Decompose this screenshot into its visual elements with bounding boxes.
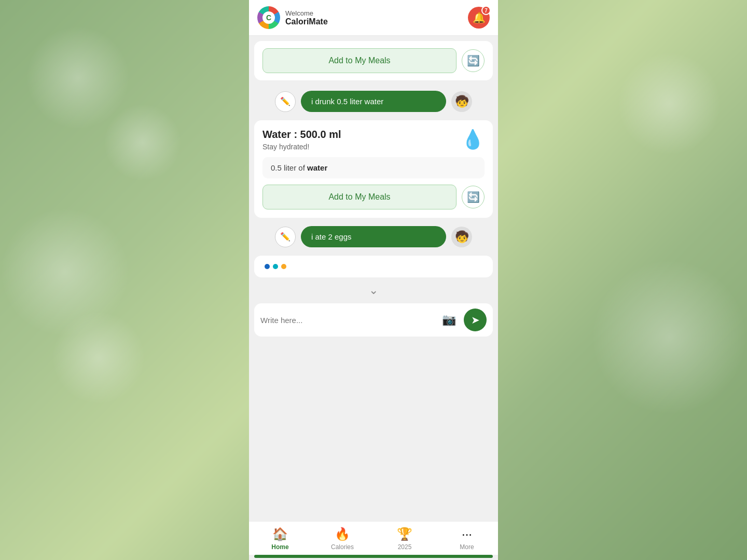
header-left: C Welcome CaloriMate (257, 6, 328, 29)
logo-letter: C (262, 11, 275, 24)
water-card-actions: Add to My Meals 🔄 (262, 185, 485, 209)
chevron-down-icon: ⌄ (369, 284, 378, 297)
water-card-subtitle: Stay hydrated! (262, 143, 341, 151)
chat-edit-button-eggs[interactable]: ✏️ (275, 227, 296, 247)
chat-row-eggs: ✏️ i ate 2 eggs 🧒 (249, 220, 498, 254)
dot-2 (273, 264, 278, 269)
nav-year[interactable]: 🏆 2025 (374, 522, 436, 555)
water-drop-icon: 💧 (461, 129, 485, 150)
nav-more-label: More (460, 543, 474, 551)
chat-bubble-water: i drunk 0.5 liter water (301, 91, 446, 112)
water-card-text: Water : 500.0 ml Stay hydrated! (262, 129, 341, 151)
more-icon: ··· (462, 527, 472, 541)
chevron-row: ⌄ (249, 279, 498, 301)
logo-icon: C (257, 6, 280, 29)
nav-calories-label: Calories (331, 543, 354, 551)
top-partial-card: Add to My Meals 🔄 (254, 41, 493, 80)
notification-badge: 7 (481, 6, 491, 15)
typing-indicator-card (254, 256, 493, 277)
water-detail-text: 0.5 liter of (271, 163, 307, 172)
typing-dots (265, 264, 482, 269)
input-area: 📷 ➤ (254, 303, 493, 337)
water-refresh-button[interactable]: 🔄 (462, 186, 485, 208)
water-detail-box: 0.5 liter of water (262, 157, 485, 178)
water-card-header: Water : 500.0 ml Stay hydrated! 💧 (262, 129, 485, 151)
notification-button[interactable]: 🔔 7 (468, 7, 490, 29)
send-icon: ➤ (471, 314, 480, 326)
chevron-down-button[interactable]: ⌄ (369, 284, 378, 297)
trophy-icon: 🏆 (397, 527, 412, 541)
app-container: C Welcome CaloriMate 🔔 7 Add to My Meals… (249, 0, 498, 560)
chat-row-water: ✏️ i drunk 0.5 liter water 🧒 (249, 85, 498, 118)
nav-home[interactable]: 🏠 Home (249, 522, 311, 555)
refresh-icon-2: 🔄 (467, 191, 480, 203)
dot-1 (265, 264, 270, 269)
camera-icon: 📷 (442, 313, 456, 327)
chat-edit-button-water[interactable]: ✏️ (275, 91, 296, 112)
green-bar (254, 555, 493, 558)
header-title: Welcome CaloriMate (285, 9, 328, 26)
water-card-title: Water : 500.0 ml (262, 129, 341, 141)
nav-year-label: 2025 (398, 543, 412, 551)
nav-more[interactable]: ··· More (436, 522, 498, 555)
scroll-content: Add to My Meals 🔄 ✏️ i drunk 0.5 liter w… (249, 36, 498, 521)
avatar-water: 🧒 (451, 91, 472, 112)
dot-3 (281, 264, 286, 269)
header: C Welcome CaloriMate 🔔 7 (249, 0, 498, 36)
top-refresh-button[interactable]: 🔄 (462, 49, 485, 72)
app-name: CaloriMate (285, 17, 328, 26)
refresh-icon: 🔄 (467, 54, 480, 67)
edit-icon: ✏️ (280, 96, 290, 106)
water-add-meals-button[interactable]: Add to My Meals (262, 185, 457, 209)
water-info-card: Water : 500.0 ml Stay hydrated! 💧 0.5 li… (254, 120, 493, 218)
nav-home-label: Home (271, 543, 288, 551)
nav-calories[interactable]: 🔥 Calories (311, 522, 374, 555)
home-icon: 🏠 (272, 527, 288, 541)
chat-bubble-eggs: i ate 2 eggs (301, 226, 446, 247)
camera-button[interactable]: 📷 (439, 310, 459, 330)
welcome-text: Welcome (285, 9, 328, 17)
edit-icon-2: ✏️ (280, 232, 290, 242)
write-input[interactable] (260, 316, 434, 325)
send-button[interactable]: ➤ (464, 309, 487, 331)
avatar-eggs: 🧒 (451, 227, 472, 247)
calories-icon: 🔥 (335, 527, 350, 541)
water-detail-bold: water (307, 163, 327, 172)
top-add-meals-button[interactable]: Add to My Meals (262, 48, 457, 73)
bottom-nav: 🏠 Home 🔥 Calories 🏆 2025 ··· More (249, 521, 498, 555)
